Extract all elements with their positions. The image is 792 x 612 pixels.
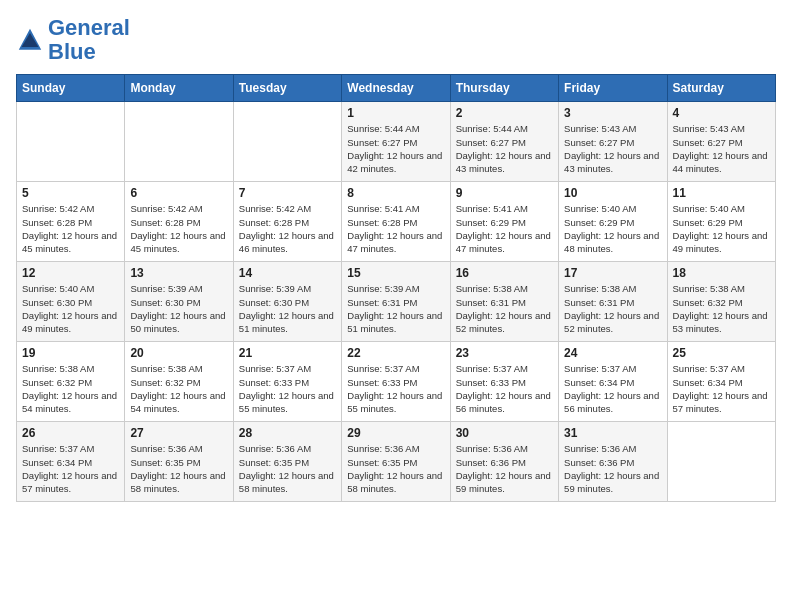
calendar-cell [667, 422, 775, 502]
day-number: 17 [564, 266, 661, 280]
calendar-cell: 11 Sunrise: 5:40 AM Sunset: 6:29 PM Dayl… [667, 182, 775, 262]
day-number: 8 [347, 186, 444, 200]
weekday-header-monday: Monday [125, 75, 233, 102]
day-number: 20 [130, 346, 227, 360]
day-number: 9 [456, 186, 553, 200]
day-info: Sunrise: 5:40 AM Sunset: 6:29 PM Dayligh… [564, 202, 661, 255]
calendar-cell: 28 Sunrise: 5:36 AM Sunset: 6:35 PM Dayl… [233, 422, 341, 502]
logo-icon [16, 26, 44, 54]
day-number: 15 [347, 266, 444, 280]
calendar-cell: 14 Sunrise: 5:39 AM Sunset: 6:30 PM Dayl… [233, 262, 341, 342]
day-info: Sunrise: 5:44 AM Sunset: 6:27 PM Dayligh… [347, 122, 444, 175]
day-info: Sunrise: 5:42 AM Sunset: 6:28 PM Dayligh… [239, 202, 336, 255]
calendar-cell: 17 Sunrise: 5:38 AM Sunset: 6:31 PM Dayl… [559, 262, 667, 342]
day-info: Sunrise: 5:39 AM Sunset: 6:30 PM Dayligh… [130, 282, 227, 335]
calendar-cell: 26 Sunrise: 5:37 AM Sunset: 6:34 PM Dayl… [17, 422, 125, 502]
calendar-cell: 22 Sunrise: 5:37 AM Sunset: 6:33 PM Dayl… [342, 342, 450, 422]
calendar-week-3: 12 Sunrise: 5:40 AM Sunset: 6:30 PM Dayl… [17, 262, 776, 342]
calendar-cell: 1 Sunrise: 5:44 AM Sunset: 6:27 PM Dayli… [342, 102, 450, 182]
day-info: Sunrise: 5:38 AM Sunset: 6:31 PM Dayligh… [456, 282, 553, 335]
day-number: 21 [239, 346, 336, 360]
day-number: 29 [347, 426, 444, 440]
day-number: 2 [456, 106, 553, 120]
calendar-week-1: 1 Sunrise: 5:44 AM Sunset: 6:27 PM Dayli… [17, 102, 776, 182]
calendar-week-5: 26 Sunrise: 5:37 AM Sunset: 6:34 PM Dayl… [17, 422, 776, 502]
day-info: Sunrise: 5:42 AM Sunset: 6:28 PM Dayligh… [130, 202, 227, 255]
day-info: Sunrise: 5:36 AM Sunset: 6:35 PM Dayligh… [347, 442, 444, 495]
day-number: 4 [673, 106, 770, 120]
calendar-cell: 2 Sunrise: 5:44 AM Sunset: 6:27 PM Dayli… [450, 102, 558, 182]
page-header: General Blue [16, 16, 776, 64]
calendar-cell: 25 Sunrise: 5:37 AM Sunset: 6:34 PM Dayl… [667, 342, 775, 422]
calendar-week-2: 5 Sunrise: 5:42 AM Sunset: 6:28 PM Dayli… [17, 182, 776, 262]
day-info: Sunrise: 5:37 AM Sunset: 6:33 PM Dayligh… [456, 362, 553, 415]
day-number: 12 [22, 266, 119, 280]
day-number: 24 [564, 346, 661, 360]
day-number: 27 [130, 426, 227, 440]
day-info: Sunrise: 5:37 AM Sunset: 6:33 PM Dayligh… [347, 362, 444, 415]
day-info: Sunrise: 5:37 AM Sunset: 6:34 PM Dayligh… [22, 442, 119, 495]
day-info: Sunrise: 5:39 AM Sunset: 6:30 PM Dayligh… [239, 282, 336, 335]
weekday-header-wednesday: Wednesday [342, 75, 450, 102]
day-number: 30 [456, 426, 553, 440]
calendar-cell: 16 Sunrise: 5:38 AM Sunset: 6:31 PM Dayl… [450, 262, 558, 342]
day-number: 1 [347, 106, 444, 120]
calendar-cell [17, 102, 125, 182]
day-info: Sunrise: 5:42 AM Sunset: 6:28 PM Dayligh… [22, 202, 119, 255]
calendar-cell: 27 Sunrise: 5:36 AM Sunset: 6:35 PM Dayl… [125, 422, 233, 502]
calendar-cell: 24 Sunrise: 5:37 AM Sunset: 6:34 PM Dayl… [559, 342, 667, 422]
calendar-cell: 13 Sunrise: 5:39 AM Sunset: 6:30 PM Dayl… [125, 262, 233, 342]
day-info: Sunrise: 5:43 AM Sunset: 6:27 PM Dayligh… [673, 122, 770, 175]
calendar-cell: 30 Sunrise: 5:36 AM Sunset: 6:36 PM Dayl… [450, 422, 558, 502]
day-info: Sunrise: 5:38 AM Sunset: 6:31 PM Dayligh… [564, 282, 661, 335]
calendar-cell: 6 Sunrise: 5:42 AM Sunset: 6:28 PM Dayli… [125, 182, 233, 262]
calendar-table: SundayMondayTuesdayWednesdayThursdayFrid… [16, 74, 776, 502]
weekday-header-tuesday: Tuesday [233, 75, 341, 102]
calendar-cell: 31 Sunrise: 5:36 AM Sunset: 6:36 PM Dayl… [559, 422, 667, 502]
day-number: 5 [22, 186, 119, 200]
day-number: 3 [564, 106, 661, 120]
day-info: Sunrise: 5:37 AM Sunset: 6:33 PM Dayligh… [239, 362, 336, 415]
calendar-cell [233, 102, 341, 182]
day-number: 28 [239, 426, 336, 440]
calendar-cell: 20 Sunrise: 5:38 AM Sunset: 6:32 PM Dayl… [125, 342, 233, 422]
day-number: 26 [22, 426, 119, 440]
calendar-cell: 4 Sunrise: 5:43 AM Sunset: 6:27 PM Dayli… [667, 102, 775, 182]
calendar-cell: 19 Sunrise: 5:38 AM Sunset: 6:32 PM Dayl… [17, 342, 125, 422]
calendar-cell: 7 Sunrise: 5:42 AM Sunset: 6:28 PM Dayli… [233, 182, 341, 262]
calendar-week-4: 19 Sunrise: 5:38 AM Sunset: 6:32 PM Dayl… [17, 342, 776, 422]
calendar-cell: 18 Sunrise: 5:38 AM Sunset: 6:32 PM Dayl… [667, 262, 775, 342]
calendar-cell [125, 102, 233, 182]
day-info: Sunrise: 5:41 AM Sunset: 6:28 PM Dayligh… [347, 202, 444, 255]
day-number: 11 [673, 186, 770, 200]
day-number: 22 [347, 346, 444, 360]
calendar-cell: 10 Sunrise: 5:40 AM Sunset: 6:29 PM Dayl… [559, 182, 667, 262]
calendar-cell: 15 Sunrise: 5:39 AM Sunset: 6:31 PM Dayl… [342, 262, 450, 342]
day-number: 14 [239, 266, 336, 280]
day-number: 7 [239, 186, 336, 200]
logo-text: General Blue [48, 16, 130, 64]
day-info: Sunrise: 5:36 AM Sunset: 6:36 PM Dayligh… [456, 442, 553, 495]
day-info: Sunrise: 5:44 AM Sunset: 6:27 PM Dayligh… [456, 122, 553, 175]
day-info: Sunrise: 5:36 AM Sunset: 6:35 PM Dayligh… [130, 442, 227, 495]
day-info: Sunrise: 5:37 AM Sunset: 6:34 PM Dayligh… [673, 362, 770, 415]
day-info: Sunrise: 5:40 AM Sunset: 6:30 PM Dayligh… [22, 282, 119, 335]
day-number: 16 [456, 266, 553, 280]
weekday-header-sunday: Sunday [17, 75, 125, 102]
day-info: Sunrise: 5:43 AM Sunset: 6:27 PM Dayligh… [564, 122, 661, 175]
calendar-cell: 21 Sunrise: 5:37 AM Sunset: 6:33 PM Dayl… [233, 342, 341, 422]
calendar-cell: 5 Sunrise: 5:42 AM Sunset: 6:28 PM Dayli… [17, 182, 125, 262]
calendar-cell: 3 Sunrise: 5:43 AM Sunset: 6:27 PM Dayli… [559, 102, 667, 182]
calendar-cell: 23 Sunrise: 5:37 AM Sunset: 6:33 PM Dayl… [450, 342, 558, 422]
day-info: Sunrise: 5:37 AM Sunset: 6:34 PM Dayligh… [564, 362, 661, 415]
day-info: Sunrise: 5:38 AM Sunset: 6:32 PM Dayligh… [22, 362, 119, 415]
weekday-header-friday: Friday [559, 75, 667, 102]
day-number: 25 [673, 346, 770, 360]
calendar-cell: 12 Sunrise: 5:40 AM Sunset: 6:30 PM Dayl… [17, 262, 125, 342]
day-number: 23 [456, 346, 553, 360]
day-info: Sunrise: 5:38 AM Sunset: 6:32 PM Dayligh… [673, 282, 770, 335]
day-info: Sunrise: 5:38 AM Sunset: 6:32 PM Dayligh… [130, 362, 227, 415]
day-number: 19 [22, 346, 119, 360]
day-number: 18 [673, 266, 770, 280]
day-info: Sunrise: 5:41 AM Sunset: 6:29 PM Dayligh… [456, 202, 553, 255]
